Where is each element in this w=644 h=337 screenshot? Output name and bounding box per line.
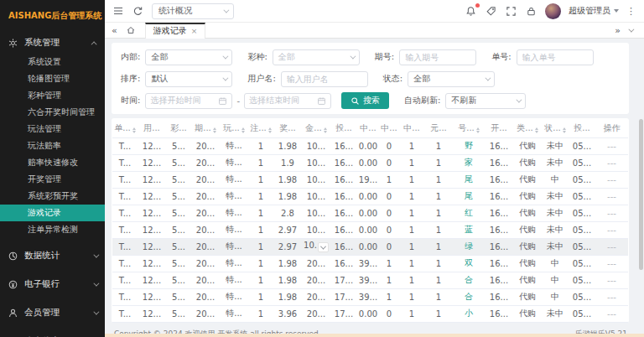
user-name: 超级管理员 <box>569 5 610 17</box>
column-header[interactable]: 状... <box>542 120 569 137</box>
sidebar-item-注单异常检测[interactable]: 注单异常检测 <box>0 221 105 238</box>
table-row[interactable]: T...12...5...20...特...12.9710...16...0.0… <box>112 221 628 238</box>
sidebar-item-玩法管理[interactable]: 玩法管理 <box>0 121 105 137</box>
notification-bell-icon[interactable] <box>465 5 477 18</box>
lottery-select[interactable]: 全部 <box>273 49 360 65</box>
table-cell: 16... <box>485 154 513 171</box>
filter-label-period: 期号: <box>375 51 394 63</box>
sidebar-item-轮播图管理[interactable]: 轮播图管理 <box>0 70 105 87</box>
nav-select[interactable]: 统计概况 <box>152 3 234 19</box>
table-cell: T... <box>112 221 138 238</box>
table-cell: 1 <box>379 288 399 305</box>
order-no-input[interactable] <box>517 49 594 65</box>
tab-game-records[interactable]: 游戏记录 × <box>145 23 206 39</box>
sort-icon[interactable] <box>563 127 566 133</box>
expand-row-icon[interactable] <box>318 242 329 252</box>
table-cell: 05... <box>569 255 595 272</box>
table-cell: 20... <box>302 255 330 272</box>
sidebar-group-公告优惠管理[interactable]: 公告优惠管理 <box>0 330 105 337</box>
collapse-menu-icon[interactable] <box>112 5 124 18</box>
sidebar-item-彩种管理[interactable]: 彩种管理 <box>0 87 105 104</box>
fullscreen-icon[interactable] <box>505 5 517 18</box>
sidebar-item-玩法赔率[interactable]: 玩法赔率 <box>0 137 105 154</box>
column-header: 中... <box>399 120 424 137</box>
tab-close-icon[interactable]: × <box>191 27 198 35</box>
sort-icon[interactable] <box>535 127 538 133</box>
table-cell: 1 <box>399 238 424 255</box>
sidebar-item-六合开奖时间管理[interactable]: 六合开奖时间管理 <box>0 104 105 121</box>
autorefresh-select[interactable]: 不刷新 <box>445 93 526 109</box>
internal-select[interactable]: 全部 <box>145 49 232 65</box>
sidebar-group-数据统计[interactable]: 数据统计 <box>0 245 105 267</box>
table-cell: 5... <box>166 288 191 305</box>
sidebar-group-会员管理[interactable]: 会员管理 <box>0 302 105 324</box>
table-cell: 10. <box>302 238 330 255</box>
sidebar-group: 数据统计 <box>0 245 105 267</box>
sidebar-item-游戏记录[interactable]: 游戏记录 <box>0 205 105 221</box>
table-cell: 10... <box>302 171 330 188</box>
column-header[interactable]: 类... <box>513 120 542 137</box>
table-cell: 16... <box>485 171 513 188</box>
table-row[interactable]: T...12...5...20...特...12.9710.16...0.000… <box>112 238 628 255</box>
table-row[interactable]: T...12...5...20...特...11.9820...17...39.… <box>112 272 628 288</box>
username-input[interactable] <box>281 71 368 87</box>
sort-select[interactable]: 默认 <box>145 71 232 87</box>
end-time-picker[interactable]: 选择结束时间 <box>244 93 331 109</box>
table-cell: 代购 <box>513 305 542 322</box>
column-header[interactable]: 单... <box>112 120 138 137</box>
table-cell: 1 <box>399 188 424 205</box>
sort-icon[interactable] <box>324 127 327 133</box>
page-scrollbar-thumb[interactable] <box>639 119 643 270</box>
table-row[interactable]: T...12...5...20...特...12.810...16...0.00… <box>112 205 628 221</box>
sidebar-group-电子银行[interactable]: 电子银行 <box>0 273 105 295</box>
table-cell: 1 <box>399 171 424 188</box>
date-range-separator: - <box>236 96 240 106</box>
column-header[interactable]: 期... <box>191 120 220 137</box>
tabs-menu-chevron-icon[interactable] <box>628 26 634 32</box>
table-cell: 2.8 <box>273 205 302 221</box>
tag-icon[interactable] <box>485 5 497 18</box>
table-row[interactable]: T...12...5...20...特...11.9810...16...0.0… <box>112 137 628 154</box>
horizontal-scrollbar[interactable] <box>105 334 644 337</box>
column-header[interactable]: 金... <box>302 120 330 137</box>
table-cell: 1 <box>424 255 453 272</box>
table-row[interactable]: T...12...5...20...特...11.910...16...0.00… <box>112 154 628 171</box>
search-button[interactable]: 搜索 <box>341 92 389 109</box>
table-cell: 5... <box>166 221 191 238</box>
sort-icon[interactable] <box>132 127 136 133</box>
table-row[interactable]: T...12...5...20...特...11.9820...16...39.… <box>112 255 628 272</box>
table-row[interactable]: T...12...5...20...特...11.9810...16...19.… <box>112 171 628 188</box>
sidebar-item-开奖管理[interactable]: 开奖管理 <box>0 171 105 188</box>
tabs-scroll-left-icon[interactable]: « <box>112 26 117 35</box>
user-avatar[interactable] <box>545 3 561 19</box>
table-cell: 1.98 <box>273 272 302 288</box>
sort-icon[interactable] <box>476 127 480 133</box>
user-menu[interactable]: 超级管理员 <box>569 5 619 17</box>
home-icon[interactable] <box>125 24 138 37</box>
sort-icon[interactable] <box>268 127 272 133</box>
more-options-icon[interactable]: ⋮ <box>626 6 636 17</box>
tabs-scroll-right-icon[interactable]: » <box>615 26 621 35</box>
sidebar-item-系统彩预开奖[interactable]: 系统彩预开奖 <box>0 188 105 205</box>
table-cell: 20... <box>191 171 220 188</box>
column-header[interactable]: 号... <box>453 120 485 137</box>
stats-icon <box>8 251 18 262</box>
refresh-icon[interactable] <box>132 5 144 18</box>
table-cell: 12... <box>138 272 166 288</box>
period-input[interactable] <box>399 49 476 65</box>
sidebar-item-系统设置[interactable]: 系统设置 <box>0 54 105 70</box>
lock-icon[interactable] <box>525 5 538 18</box>
sidebar-group-系统管理[interactable]: 系统管理 <box>0 32 105 54</box>
sidebar-group: 系统管理系统设置轮播图管理彩种管理六合开奖时间管理玩法管理玩法赔率赔率快速修改开… <box>0 32 105 238</box>
sort-icon[interactable] <box>242 127 245 133</box>
start-time-picker[interactable]: 选择开始时间 <box>145 93 232 109</box>
column-header[interactable]: 注... <box>248 120 273 137</box>
status-select[interactable]: 全部 <box>408 71 495 87</box>
table-row[interactable]: T...12...5...20...特...13.9620...17...0.0… <box>112 305 628 322</box>
page-scrollbar-track[interactable] <box>638 39 644 334</box>
table-row[interactable]: T...12...5...20...特...11.9820...17...39.… <box>112 288 628 305</box>
sort-icon[interactable] <box>213 127 216 133</box>
sidebar-item-赔率快速修改[interactable]: 赔率快速修改 <box>0 154 105 171</box>
column-header[interactable]: 玩... <box>220 120 248 137</box>
table-row[interactable]: T...12...5...20...特...11.9810...16...0.0… <box>112 188 628 205</box>
